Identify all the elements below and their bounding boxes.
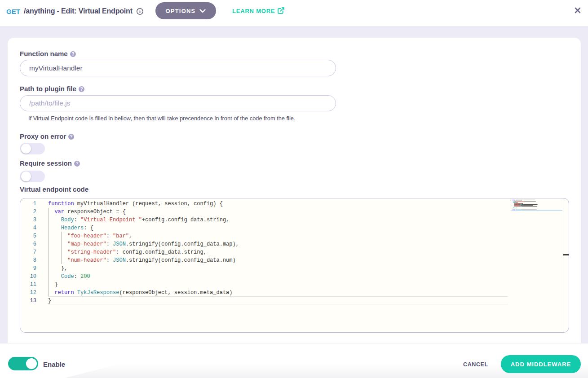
svg-text:?: ? (80, 87, 83, 92)
svg-text:i: i (139, 9, 141, 14)
svg-text:?: ? (70, 134, 73, 139)
svg-text:?: ? (75, 161, 78, 166)
svg-text:?: ? (71, 52, 74, 57)
